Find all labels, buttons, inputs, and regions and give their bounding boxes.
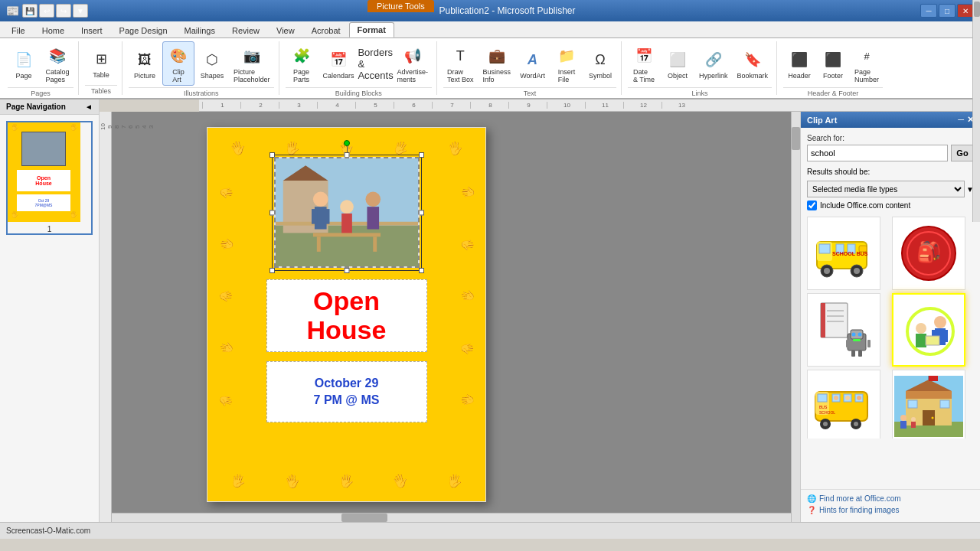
catalog-pages-button[interactable]: 📚 CatalogPages <box>41 41 74 86</box>
footer-icon: ⬛ <box>821 47 845 72</box>
clip-item-book-robot[interactable] <box>807 293 880 367</box>
ribbon-group-tables: ⊞ Table Tables <box>80 41 122 95</box>
svg-point-22 <box>824 268 830 274</box>
picture-placeholder-button[interactable]: 📷 PicturePlaceholder <box>230 41 274 86</box>
calendars-button[interactable]: 📅 Calendars <box>319 45 358 82</box>
picture-icon: 🖼 <box>132 47 157 72</box>
draw-textbox-button[interactable]: T DrawText Box <box>443 41 478 86</box>
tab-view[interactable]: View <box>268 23 303 37</box>
results-select[interactable]: Selected media file types <box>807 181 965 197</box>
bookmark-icon: 🔖 <box>740 47 765 72</box>
insert-file-button[interactable]: 📁 InsertFile <box>550 41 583 86</box>
tab-format[interactable]: Format <box>349 22 394 37</box>
handle-middle-right[interactable] <box>419 210 424 216</box>
svg-point-11 <box>365 192 381 207</box>
ribbon: 📄 Page 📚 CatalogPages Pages ⊞ Table Tabl… <box>0 38 980 99</box>
table-button[interactable]: ⊞ Table <box>85 44 117 81</box>
tab-page-design[interactable]: Page Design <box>111 23 176 37</box>
symbol-icon: Ω <box>588 47 612 72</box>
go-button[interactable]: Go <box>951 145 974 161</box>
wordart-button[interactable]: A WordArt <box>516 45 549 82</box>
open-house-box[interactable]: Open House <box>266 279 427 352</box>
horizontal-scrollbar[interactable] <box>112 513 791 522</box>
status-bar: Screencast-O-Matic.com <box>0 522 980 539</box>
picture-button[interactable]: 🖼 Picture <box>129 45 161 82</box>
hints-link[interactable]: ❓ Hints for finding images <box>807 506 974 514</box>
nav-collapse-btn[interactable]: ◄ <box>85 103 93 111</box>
undo-quick-btn[interactable]: ↩ <box>39 4 54 18</box>
clip-item-teacher[interactable] <box>892 293 965 367</box>
business-info-button[interactable]: 💼 BusinessInfo <box>479 41 515 86</box>
results-label: Results should be: <box>807 168 876 176</box>
clip-panel-minimize[interactable]: ─ <box>958 115 964 125</box>
page-number-button[interactable]: # PageNumber <box>851 41 883 86</box>
page-button[interactable]: 📄 Page <box>8 45 40 82</box>
hints-icon: ❓ <box>807 506 816 514</box>
vertical-scrollbar[interactable] <box>791 112 800 522</box>
page-thumbnail[interactable]: 🖐 🖐 OpenHouse Oct 297PM@MS 🖐 🖐 1 <box>6 121 93 235</box>
date-time-button[interactable]: 📅 Date& Time <box>628 41 660 86</box>
clip-item-bus-cartoon[interactable]: BUS SCHOOL <box>807 370 880 439</box>
symbol-button[interactable]: Ω Symbol <box>584 45 616 82</box>
svg-text:BUS: BUS <box>819 405 828 409</box>
clip-item-bus-yellow[interactable]: SCHOOL BUS <box>807 217 880 290</box>
footer-button[interactable]: ⬛ Footer <box>817 45 849 82</box>
tab-acrobat[interactable]: Acrobat <box>303 23 349 37</box>
handle-bottom-left[interactable] <box>270 268 275 273</box>
tab-mailings[interactable]: Mailings <box>176 23 224 37</box>
canvas-area[interactable]: 3 4 5 6 7 8 9 10 <box>100 112 800 522</box>
photo-placeholder[interactable] <box>274 157 420 268</box>
header-icon: ⬛ <box>787 47 812 72</box>
svg-point-66 <box>857 396 861 400</box>
ribbon-tabs: File Home Insert Page Design Mailings Re… <box>0 21 980 38</box>
include-office-checkbox[interactable] <box>807 201 817 210</box>
page-parts-button[interactable]: 🧩 PageParts <box>286 41 318 86</box>
h-scrollbar-thumb[interactable] <box>341 514 387 522</box>
textbox-icon: T <box>448 44 472 68</box>
svg-rect-75 <box>940 400 949 408</box>
svg-rect-7 <box>311 209 317 224</box>
tab-insert[interactable]: Insert <box>73 23 111 37</box>
svg-rect-41 <box>867 340 871 347</box>
minimize-button[interactable]: ─ <box>920 4 937 18</box>
close-button[interactable]: ✕ <box>957 4 974 18</box>
search-input[interactable] <box>807 145 948 161</box>
clip-art-button[interactable]: 🎨 ClipArt <box>162 41 194 86</box>
tab-home[interactable]: Home <box>34 23 73 37</box>
clip-item-school-building[interactable] <box>892 370 965 439</box>
wordart-icon: A <box>521 47 545 72</box>
tab-file[interactable]: File <box>3 23 34 37</box>
clip-grid: SCHOOL BUS 🎒 <box>807 217 974 439</box>
save-quick-btn[interactable]: 💾 <box>22 4 38 18</box>
publisher-document[interactable]: 🖐 🖐 🖐 🖐 🖐 🖐 🖐 🖐 🖐 🖐 <box>207 127 486 502</box>
redo-quick-btn[interactable]: ↪ <box>56 4 71 18</box>
handle-bottom-center[interactable] <box>344 268 349 273</box>
clip-grid-container[interactable]: SCHOOL BUS 🎒 <box>807 217 974 439</box>
svg-rect-31 <box>821 303 825 337</box>
borders-button[interactable]: Borders &Accents <box>360 49 392 78</box>
horizontal-ruler: 1 2 3 4 5 6 7 8 9 10 11 12 13 <box>199 99 980 112</box>
svg-rect-10 <box>341 214 352 234</box>
object-button[interactable]: ⬜ Object <box>662 45 694 82</box>
placeholder-icon: 📷 <box>240 44 264 68</box>
search-label: Search for: <box>807 134 974 142</box>
bookmark-button[interactable]: 🔖 Bookmark <box>733 45 772 82</box>
svg-rect-43 <box>858 350 862 357</box>
header-button[interactable]: ⬛ Header <box>783 45 815 82</box>
svg-text:🎒: 🎒 <box>916 240 942 264</box>
tab-review[interactable]: Review <box>224 23 268 37</box>
clip-scrollbar[interactable] <box>972 217 974 222</box>
illustrations-group-label: Illustrations <box>129 87 274 97</box>
table-icon: ⊞ <box>89 47 113 71</box>
advertisements-button[interactable]: 📢 Advertise-ments <box>394 41 433 86</box>
clip-item-apple[interactable]: 🎒 <box>892 217 965 290</box>
find-more-link[interactable]: 🌐 Find more at Office.com <box>807 494 974 503</box>
maximize-button[interactable]: □ <box>939 4 956 18</box>
shapes-button[interactable]: ⬡ Shapes <box>196 45 228 82</box>
nav-title: Page Navigation <box>6 103 66 111</box>
handle-bottom-right[interactable] <box>419 268 424 273</box>
hyperlink-button[interactable]: 🔗 Hyperlink <box>695 45 732 82</box>
customize-quick-btn[interactable]: ▼ <box>73 4 88 18</box>
date-box[interactable]: October 29 7 PM @ MS <box>266 361 427 422</box>
scrollbar-thumb[interactable] <box>792 127 800 150</box>
